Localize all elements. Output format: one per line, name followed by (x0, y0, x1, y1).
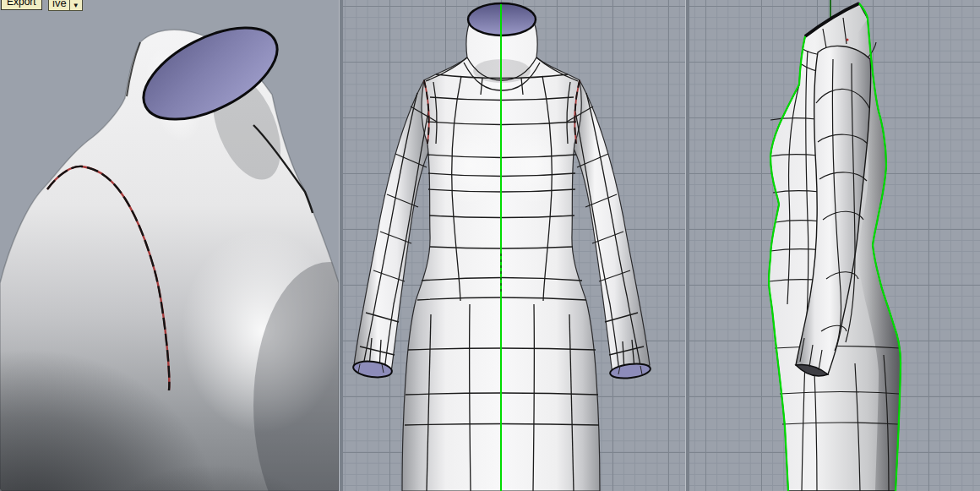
export-tooltip-label: Export (7, 0, 36, 8)
mannequin-side-render (689, 0, 980, 491)
viewport-title-dropdown[interactable]: ive ▼ (48, 0, 83, 11)
viewport-front[interactable] (343, 0, 685, 491)
export-tooltip: Export (1, 0, 42, 10)
mannequin-front-render (343, 0, 685, 491)
mannequin-perspective-render (0, 0, 339, 491)
chevron-down-icon: ▼ (73, 1, 79, 10)
viewport-perspective[interactable]: Export ive ▼ (0, 0, 339, 491)
application-window: Export ive ▼ (0, 0, 980, 491)
viewport-right[interactable] (689, 0, 980, 491)
viewport-title-label: ive (49, 0, 69, 10)
stray-red-point (847, 39, 849, 41)
viewport-title-arrow-button[interactable]: ▼ (69, 0, 82, 10)
